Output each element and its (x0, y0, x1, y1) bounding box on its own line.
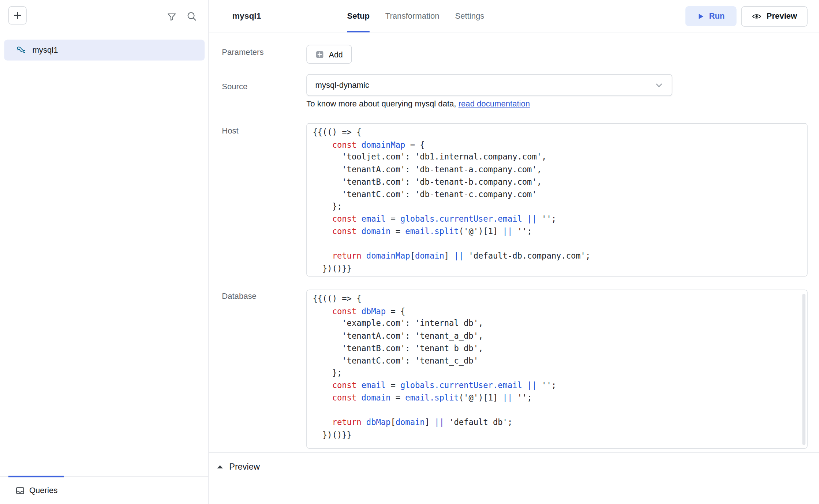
parameters-label: Parameters (222, 48, 263, 57)
header-actions: Run Preview (685, 0, 807, 32)
code-line: const domain = email.split('@')[1] || ''… (313, 226, 801, 238)
query-list-item-mysql1[interactable]: mysql1 (4, 40, 205, 60)
code-line: 'tenantB.com': 'tenant_b_db', (313, 343, 801, 355)
mysql-icon (16, 45, 26, 55)
queries-tab[interactable]: Queries (16, 477, 58, 504)
run-button-label: Run (709, 11, 725, 21)
preview-panel-label: Preview (229, 462, 260, 471)
database-scrollbar[interactable] (802, 294, 805, 445)
code-line (313, 238, 801, 251)
run-button[interactable]: Run (685, 6, 737, 26)
eye-icon (752, 11, 762, 21)
code-line: 'example.com': 'internal_db', (313, 318, 801, 330)
code-line: return domainMap[domain] || 'default-db.… (313, 251, 801, 263)
queries-icon (16, 486, 25, 495)
plus-square-icon (315, 50, 324, 59)
host-code-editor[interactable]: {{(() => { const domainMap = { 'tooljet.… (306, 123, 807, 277)
code-line: 'tooljet.com': 'db1.internal.company.com… (313, 151, 801, 164)
code-line: 'tenantA.com': 'tenant_a_db', (313, 330, 801, 343)
read-documentation-link[interactable]: read documentation (459, 99, 530, 108)
search-icon[interactable] (186, 11, 197, 22)
query-item-label: mysql1 (32, 45, 58, 55)
code-line: {{(() => { (313, 127, 801, 139)
code-line: const email = globals.currentUser.email … (313, 380, 801, 392)
code-line: const email = globals.currentUser.email … (313, 213, 801, 226)
preview-button[interactable]: Preview (741, 6, 808, 26)
database-code-editor[interactable]: {{(() => { const dbMap = { 'example.com'… (306, 290, 807, 449)
source-select-value: mysql-dynamic (315, 80, 655, 90)
query-list-sidebar: mysql1 Queries (0, 0, 209, 504)
caret-up-icon (217, 464, 224, 469)
code-line: const dbMap = { (313, 305, 801, 318)
code-line: const domain = email.split('@')[1] || ''… (313, 392, 801, 405)
add-parameter-button[interactable]: Add (306, 45, 352, 64)
source-help-prefix: To know more about querying mysql data, (306, 99, 458, 108)
chevron-down-icon (655, 80, 663, 89)
source-select[interactable]: mysql-dynamic (306, 74, 672, 96)
code-line: const domainMap = { (313, 139, 801, 151)
code-line: 'tenantC.com': 'db-tenant-c.company.com' (313, 189, 801, 201)
code-line: }; (313, 201, 801, 213)
tab-settings[interactable]: Settings (455, 0, 484, 32)
code-line: }; (313, 367, 801, 380)
query-header: mysql1 Setup Transformation Settings Run (209, 0, 819, 32)
source-label: Source (222, 82, 247, 91)
tab-transformation[interactable]: Transformation (385, 0, 440, 32)
filter-icon[interactable] (166, 11, 177, 22)
preview-panel-toggle[interactable]: Preview (209, 453, 819, 480)
code-line: return dbMap[domain] || 'default_db'; (313, 417, 801, 429)
code-line: 'tenantC.com': 'tenant_c_db' (313, 355, 801, 368)
plus-icon (13, 11, 22, 20)
query-editor-window: mysql1 Queries mysql1 Setup Transformati… (0, 0, 819, 504)
database-label: Database (222, 292, 257, 301)
code-line: {{(() => { (313, 293, 801, 306)
editor-tabs: Setup Transformation Settings (347, 0, 485, 32)
code-line: })()}} (313, 263, 801, 275)
code-line: 'tenantB.com': 'db-tenant-b.company.com'… (313, 176, 801, 189)
query-editor-main: mysql1 Setup Transformation Settings Run (209, 0, 819, 504)
add-parameter-label: Add (329, 50, 343, 59)
queries-tab-label: Queries (29, 486, 57, 495)
query-title[interactable]: mysql1 (232, 0, 261, 32)
preview-button-label: Preview (766, 11, 797, 21)
tab-setup[interactable]: Setup (347, 0, 370, 32)
code-line: 'tenantA.com': 'db-tenant-a.company.com'… (313, 164, 801, 176)
sidebar-bottom-bar: Queries (0, 476, 209, 504)
add-query-button[interactable] (8, 6, 27, 25)
host-label: Host (222, 126, 238, 136)
source-help-text: To know more about querying mysql data, … (306, 99, 530, 109)
code-line: })()}} (313, 429, 801, 442)
code-line (313, 405, 801, 417)
play-icon (698, 13, 704, 20)
